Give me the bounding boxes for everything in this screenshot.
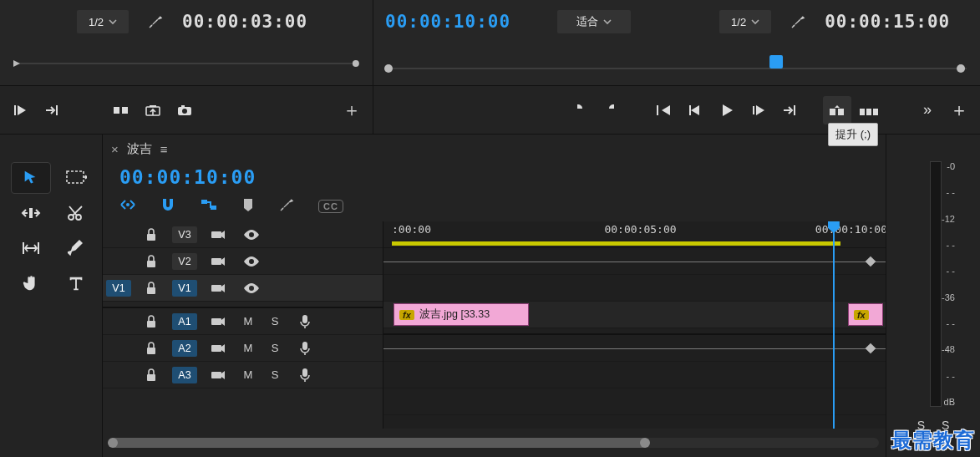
settings-wrench-icon[interactable] bbox=[144, 10, 167, 33]
program-settings-wrench-icon[interactable] bbox=[786, 10, 810, 33]
program-playhead-handle[interactable] bbox=[769, 55, 783, 69]
work-area-bar[interactable] bbox=[392, 241, 840, 246]
add-button[interactable]: ＋ bbox=[945, 96, 973, 124]
program-resolution-dropdown[interactable]: 1/2 bbox=[719, 10, 771, 33]
lane-a1[interactable] bbox=[383, 335, 886, 362]
slip-tool[interactable] bbox=[12, 233, 50, 263]
sync-lock-icon[interactable] bbox=[201, 221, 235, 247]
track-select-tool[interactable] bbox=[57, 163, 95, 193]
ripple-edit-tool[interactable] bbox=[12, 198, 50, 228]
timeline-playhead-timecode[interactable]: 00:00:10:00 bbox=[119, 166, 886, 188]
export-frame-icon[interactable] bbox=[139, 96, 167, 124]
play-icon[interactable] bbox=[713, 96, 741, 124]
clip[interactable]: fx 波吉.jpg [33.33 bbox=[394, 303, 529, 326]
mark-in-icon[interactable] bbox=[566, 96, 594, 124]
insert-icon[interactable] bbox=[38, 96, 67, 124]
lock-icon[interactable] bbox=[135, 308, 168, 334]
source-timecode[interactable]: 00:00:03:00 bbox=[182, 12, 307, 32]
program-duration-timecode[interactable]: 00:00:15:00 bbox=[825, 12, 950, 32]
step-back-icon[interactable] bbox=[681, 96, 709, 124]
timeline-settings-wrench-icon[interactable] bbox=[278, 196, 295, 216]
source-resolution-dropdown[interactable]: 1/2 bbox=[77, 10, 129, 33]
lock-icon[interactable] bbox=[135, 335, 168, 361]
timeline-playhead-line[interactable] bbox=[833, 221, 835, 429]
lane-a3[interactable] bbox=[383, 388, 886, 415]
program-playhead-timecode[interactable]: 00:00:10:00 bbox=[385, 12, 510, 32]
step-forward-icon[interactable] bbox=[744, 96, 773, 124]
clip[interactable]: fx bbox=[848, 303, 883, 326]
go-to-in-icon[interactable] bbox=[649, 96, 678, 124]
sync-lock-icon[interactable] bbox=[201, 275, 235, 301]
track-target-v1[interactable]: V1 bbox=[172, 280, 196, 297]
source-patch-v1[interactable]: V1 bbox=[106, 280, 130, 297]
track-target-v3[interactable]: V3 bbox=[172, 226, 196, 243]
lock-icon[interactable] bbox=[135, 275, 168, 301]
pen-tool[interactable] bbox=[57, 233, 95, 263]
source-time-ruler[interactable] bbox=[0, 43, 373, 85]
track-header-v2[interactable]: V2 bbox=[103, 248, 383, 275]
toggle-output-icon[interactable] bbox=[235, 248, 268, 274]
captions-toggle[interactable]: CC bbox=[318, 200, 343, 213]
more-buttons-icon[interactable]: » bbox=[913, 96, 942, 124]
panel-menu-icon[interactable]: ≡ bbox=[160, 142, 168, 156]
track-target-a2[interactable]: A2 bbox=[172, 340, 196, 357]
lane-v2[interactable] bbox=[383, 275, 886, 302]
scroll-thumb[interactable] bbox=[109, 438, 648, 448]
track-target-v2[interactable]: V2 bbox=[172, 253, 196, 270]
play-in-to-out-icon[interactable] bbox=[7, 96, 35, 124]
hand-tool[interactable] bbox=[12, 268, 50, 298]
lane-v3[interactable] bbox=[383, 248, 886, 275]
extract-icon[interactable] bbox=[855, 96, 883, 124]
camera-icon[interactable] bbox=[170, 96, 199, 124]
track-area[interactable]: :00:00 00:00:05:00 00:00:10:00 fx 波吉.jpg… bbox=[383, 221, 886, 429]
track-header-a3[interactable]: A3 M S bbox=[103, 362, 383, 388]
lock-icon[interactable] bbox=[135, 221, 168, 247]
track-header-a2[interactable]: A2 M S bbox=[103, 335, 383, 362]
voiceover-mic-icon[interactable] bbox=[288, 335, 322, 361]
solo-toggle[interactable]: S bbox=[262, 335, 288, 361]
lift-icon[interactable] bbox=[823, 96, 851, 124]
lane-v1[interactable]: fx 波吉.jpg [33.33 fx bbox=[383, 302, 886, 328]
solo-toggle[interactable]: S bbox=[262, 308, 288, 334]
go-to-out-icon[interactable] bbox=[776, 96, 805, 124]
program-zoom-dropdown[interactable]: 适合 bbox=[557, 10, 631, 33]
overwrite-icon[interactable] bbox=[107, 96, 135, 124]
sync-lock-icon[interactable] bbox=[201, 362, 235, 388]
track-target-a1[interactable]: A1 bbox=[172, 313, 196, 330]
lock-icon[interactable] bbox=[135, 362, 168, 388]
zoom-handle-left[interactable] bbox=[108, 438, 118, 448]
sequence-tab[interactable]: 波吉 bbox=[127, 141, 152, 157]
timeline-zoom-scrollbar[interactable] bbox=[103, 429, 886, 457]
lock-icon[interactable] bbox=[135, 248, 168, 274]
timeline-ruler[interactable]: :00:00 00:00:05:00 00:00:10:00 bbox=[383, 221, 886, 248]
type-tool[interactable] bbox=[57, 268, 95, 298]
sync-lock-icon[interactable] bbox=[201, 308, 235, 334]
mark-out-icon[interactable] bbox=[597, 96, 626, 124]
audio-meter[interactable] bbox=[930, 161, 942, 407]
mute-toggle[interactable]: M bbox=[235, 308, 262, 334]
mute-toggle[interactable]: M bbox=[235, 362, 262, 388]
mute-toggle[interactable]: M bbox=[235, 335, 262, 361]
voiceover-mic-icon[interactable] bbox=[288, 308, 322, 334]
program-time-ruler[interactable] bbox=[373, 43, 980, 85]
magnet-icon[interactable] bbox=[160, 197, 176, 215]
selection-tool[interactable] bbox=[12, 163, 50, 193]
razor-tool[interactable] bbox=[57, 198, 95, 228]
keyframe-diamond[interactable] bbox=[866, 256, 876, 267]
track-header-a1[interactable]: A1 M S bbox=[103, 308, 383, 335]
toggle-output-icon[interactable] bbox=[235, 221, 268, 247]
toggle-output-icon[interactable] bbox=[235, 275, 268, 301]
sync-lock-icon[interactable] bbox=[201, 335, 235, 361]
zoom-handle-right[interactable] bbox=[640, 438, 650, 448]
fx-badge[interactable]: fx bbox=[399, 310, 414, 320]
track-header-v3[interactable]: V3 bbox=[103, 221, 383, 248]
close-sequence-icon[interactable]: × bbox=[111, 142, 119, 156]
track-target-a3[interactable]: A3 bbox=[172, 367, 196, 383]
keyframe-diamond[interactable] bbox=[866, 343, 876, 353]
track-header-v1[interactable]: V1 V1 bbox=[103, 275, 383, 302]
sync-lock-icon[interactable] bbox=[201, 248, 235, 274]
fx-badge[interactable]: fx bbox=[854, 310, 869, 320]
add-marker-icon[interactable] bbox=[241, 197, 255, 215]
lane-a2[interactable] bbox=[383, 362, 886, 388]
add-button[interactable]: ＋ bbox=[338, 96, 366, 124]
